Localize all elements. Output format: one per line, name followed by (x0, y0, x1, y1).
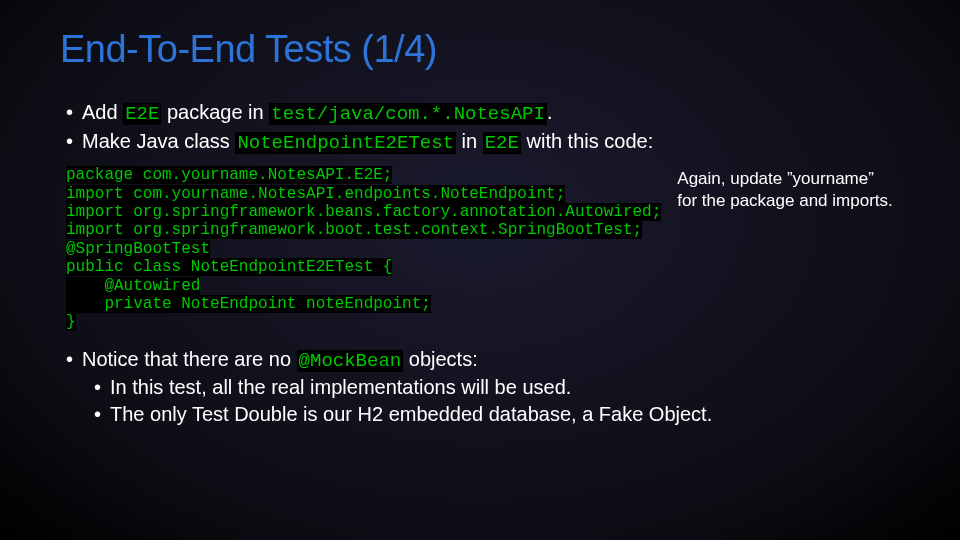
bullet-marker: • (94, 401, 110, 428)
bullet-1-text: Add E2E package in test/java/com.*.Notes… (82, 99, 552, 128)
sub-bullet-1-text: In this test, all the real implementatio… (110, 374, 571, 401)
bullet-marker: • (66, 99, 82, 126)
code-line: private NoteEndpoint noteEndpoint; (66, 295, 661, 313)
text-fragment: with this code: (521, 130, 653, 152)
inline-code: test/java/com.*.NotesAPI (269, 103, 547, 125)
side-note: Again, update ”yourname” for the package… (677, 168, 897, 212)
code-line: @Autowired (66, 277, 661, 295)
code-line: public class NoteEndpointE2ETest { (66, 258, 661, 276)
text-fragment: objects: (403, 348, 477, 370)
text-fragment: Make Java class (82, 130, 235, 152)
inline-code: E2E (123, 103, 161, 125)
bullet-marker: • (94, 374, 110, 401)
bullet-3: • Notice that there are no @MockBean obj… (66, 346, 900, 375)
slide-container: End-To-End Tests (1/4) • Add E2E package… (0, 0, 960, 540)
inline-code: NoteEndpointE2ETest (235, 132, 456, 154)
sub-bullet-list: • In this test, all the real implementat… (94, 374, 900, 428)
code-lines: package com.yourname.NotesAPI.E2E; impor… (66, 166, 661, 332)
text-fragment: . (547, 101, 553, 123)
text-fragment: in (456, 130, 483, 152)
bullet-list-bottom: • Notice that there are no @MockBean obj… (66, 346, 900, 429)
sub-bullet-2-text: The only Test Double is our H2 embedded … (110, 401, 712, 428)
slide-content: • Add E2E package in test/java/com.*.Not… (60, 99, 900, 428)
inline-code: @MockBean (297, 350, 404, 372)
text-fragment: package in (161, 101, 269, 123)
code-line: package com.yourname.NotesAPI.E2E; (66, 166, 661, 184)
text-fragment: Add (82, 101, 123, 123)
bullet-2-text: Make Java class NoteEndpointE2ETest in E… (82, 128, 653, 157)
code-line: import org.springframework.boot.test.con… (66, 221, 661, 239)
bullet-list-top: • Add E2E package in test/java/com.*.Not… (66, 99, 900, 156)
sub-bullet-1: • In this test, all the real implementat… (94, 374, 900, 401)
code-line: import org.springframework.beans.factory… (66, 203, 661, 221)
text-fragment: Notice that there are no (82, 348, 297, 370)
code-line: } (66, 313, 661, 331)
code-line: import com.yourname.NotesAPI.endpoints.N… (66, 185, 661, 203)
bullet-1: • Add E2E package in test/java/com.*.Not… (66, 99, 900, 128)
sub-bullet-2: • The only Test Double is our H2 embedde… (94, 401, 900, 428)
bullet-3-text: Notice that there are no @MockBean objec… (82, 346, 478, 375)
code-block: package com.yourname.NotesAPI.E2E; impor… (66, 166, 900, 332)
slide-title: End-To-End Tests (1/4) (60, 28, 900, 71)
inline-code: E2E (483, 132, 521, 154)
bullet-marker: • (66, 346, 82, 373)
bullet-2: • Make Java class NoteEndpointE2ETest in… (66, 128, 900, 157)
bullet-marker: • (66, 128, 82, 155)
code-line: @SpringBootTest (66, 240, 661, 258)
